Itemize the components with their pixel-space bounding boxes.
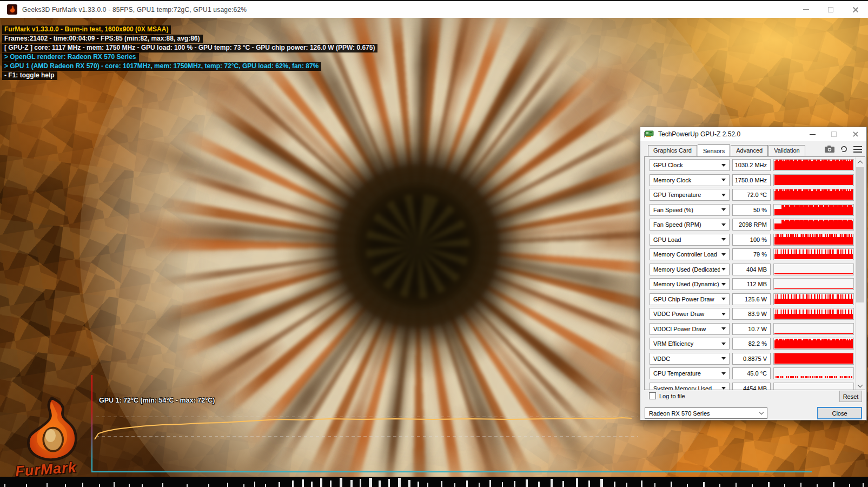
menu-icon[interactable] [853, 146, 862, 153]
tab-sensors[interactable]: Sensors [698, 144, 730, 156]
gpuz-minimize-button[interactable] [801, 127, 823, 141]
sensor-select-dropdown[interactable]: VDDC [650, 353, 730, 365]
close-icon [852, 131, 858, 137]
osd-line: FurMark v1.33.0.0 - Burn-in test, 1600x9… [2, 25, 171, 34]
sensor-select-dropdown[interactable]: Memory Used (Dedicated) [650, 264, 730, 275]
sensor-select-dropdown[interactable]: VRM Efficiency [650, 338, 730, 350]
frametime-tick [427, 483, 428, 487]
sensor-select-dropdown[interactable]: Fan Speed (%) [650, 204, 730, 216]
sensor-value: 79 % [732, 248, 771, 260]
dropdown-arrow-icon [721, 208, 726, 211]
frametime-tick [208, 484, 209, 487]
device-select-dropdown[interactable]: Radeon RX 570 Series [645, 407, 767, 419]
gpuz-window: TechPowerUp GPU-Z 2.52.0 Graphics CardSe… [640, 127, 867, 420]
maximize-icon [831, 131, 837, 137]
sensor-graph [773, 293, 854, 305]
sensor-graph-fill [774, 294, 853, 304]
scrollbar-thumb[interactable] [856, 167, 864, 302]
dropdown-arrow-icon [721, 283, 726, 286]
chevron-down-icon [759, 410, 764, 414]
sensor-label: VDDC Power Draw [653, 311, 720, 317]
sensor-select-dropdown[interactable]: Memory Used (Dynamic) [650, 278, 730, 290]
sensor-graph [773, 219, 854, 231]
gpuz-close-button[interactable] [845, 127, 866, 141]
reset-button[interactable]: Reset [839, 391, 862, 402]
frametime-tick [654, 483, 655, 487]
frametime-tick [279, 482, 280, 487]
tab-graphics-card[interactable]: Graphics Card [648, 145, 697, 156]
sensor-label: VRM Efficiency [653, 340, 720, 347]
tab-validation[interactable]: Validation [768, 145, 805, 156]
frametime-tick [418, 482, 419, 487]
sensor-value: 112 MB [732, 278, 771, 290]
sensor-select-dropdown[interactable]: VDDCI Power Draw [650, 323, 730, 335]
log-to-file-checkbox[interactable] [649, 392, 656, 399]
sensor-value: 0.8875 V [732, 353, 771, 365]
sensor-select-dropdown[interactable]: System Memory Used [650, 383, 730, 391]
frametime-strip [0, 477, 868, 487]
sensor-value: 404 MB [732, 264, 771, 275]
close-icon [852, 6, 859, 13]
sensor-row: VRM Efficiency82.2 % [645, 338, 865, 350]
sensor-value: 125.6 W [732, 293, 771, 305]
sensor-label: Memory Used (Dedicated) [653, 266, 720, 273]
dropdown-arrow-icon [721, 179, 726, 181]
sensor-select-dropdown[interactable]: CPU Temperature [650, 367, 730, 379]
frametime-tick [82, 483, 83, 487]
close-button[interactable] [843, 1, 868, 18]
sensor-value: 50 % [732, 204, 771, 216]
sensor-select-dropdown[interactable]: Memory Controller Load [650, 248, 730, 260]
furmark-titlebar[interactable]: Geeks3D FurMark v1.33.0.0 - 85FPS, GPU1 … [0, 0, 868, 18]
frametime-tick [360, 479, 361, 487]
furmark-screen: Geeks3D FurMark v1.33.0.0 - 85FPS, GPU1 … [0, 0, 868, 487]
sensor-value: 4454 MB [732, 383, 771, 391]
minimize-button[interactable] [793, 1, 818, 18]
dropdown-arrow-icon [721, 387, 726, 390]
frametime-tick [99, 484, 100, 487]
sensor-select-dropdown[interactable]: Fan Speed (RPM) [650, 219, 730, 231]
frametime-tick [466, 481, 468, 487]
sensor-row: System Memory Used4454 MB [645, 383, 865, 391]
camera-icon[interactable] [825, 146, 834, 153]
frametime-tick [114, 482, 115, 487]
minimize-icon [803, 9, 809, 10]
frametime-tick [784, 484, 785, 487]
scroll-up-button[interactable] [856, 157, 865, 167]
maximize-button[interactable] [818, 1, 843, 18]
gpuz-close-window-button[interactable]: Close [817, 407, 862, 419]
gpuz-titlebar[interactable]: TechPowerUp GPU-Z 2.52.0 [640, 127, 866, 141]
osd-line: > OpenGL renderer: Radeon RX 570 Series [2, 53, 139, 62]
frametime-tick [227, 483, 228, 487]
chevron-up-icon [858, 161, 863, 166]
sensor-select-dropdown[interactable]: GPU Load [650, 234, 730, 246]
sensor-graph-fill [774, 353, 853, 364]
frametime-tick [538, 482, 540, 487]
frametime-tick [489, 480, 491, 487]
sensor-scrollbar[interactable] [855, 157, 864, 390]
scroll-down-button[interactable] [856, 381, 865, 390]
log-to-file-label: Log to file [659, 393, 685, 399]
sensor-row: VDDC Power Draw83.9 W [645, 308, 865, 320]
gpuz-tab-bar: Graphics CardSensorsAdvancedValidation [648, 144, 806, 156]
gpuz-maximize-button[interactable] [823, 127, 845, 141]
sensor-label: Memory Controller Load [653, 251, 720, 258]
sensor-select-dropdown[interactable]: Memory Clock [650, 174, 730, 186]
frametime-tick [736, 483, 737, 487]
refresh-icon[interactable] [840, 145, 848, 153]
sensor-select-dropdown[interactable]: GPU Chip Power Draw [650, 293, 730, 305]
frametime-tick [671, 482, 672, 487]
sensor-graph [773, 308, 854, 320]
frametime-tick [408, 480, 410, 487]
sensor-select-dropdown[interactable]: GPU Clock [650, 159, 730, 171]
sensor-graph [773, 174, 854, 186]
sensor-select-dropdown[interactable]: GPU Temperature [650, 189, 730, 201]
sensor-select-dropdown[interactable]: VDDC Power Draw [650, 308, 730, 320]
sensor-label: GPU Load [653, 236, 720, 243]
dropdown-arrow-icon [721, 327, 726, 330]
tab-advanced[interactable]: Advanced [731, 145, 768, 156]
frametime-tick [350, 480, 353, 487]
sensor-label: CPU Temperature [653, 370, 720, 377]
sensor-row: Memory Used (Dynamic)112 MB [645, 278, 865, 290]
sensor-row: Fan Speed (RPM)2098 RPM [645, 219, 865, 231]
dropdown-arrow-icon [721, 372, 726, 375]
